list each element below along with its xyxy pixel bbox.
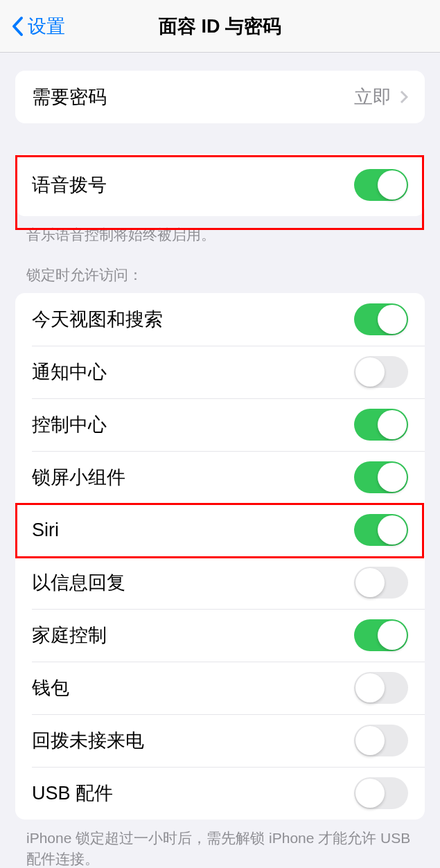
lock-access-toggle[interactable]: [354, 409, 408, 441]
lock-access-row: Siri: [15, 504, 425, 556]
lock-access-footer: iPhone 锁定超过一小时后，需先解锁 iPhone 才能允许 USB 配件连…: [0, 820, 440, 868]
lock-access-row: 通知中心: [15, 346, 425, 398]
lock-access-toggle[interactable]: [354, 725, 408, 756]
chevron-right-icon: [400, 90, 408, 104]
lock-access-label: 通知中心: [32, 360, 107, 384]
voice-dial-footer: 音乐语音控制将始终被启用。: [0, 216, 440, 245]
back-button[interactable]: 设置: [8, 14, 65, 39]
lock-access-toggle[interactable]: [354, 567, 408, 599]
voice-dial-label: 语音拨号: [32, 172, 107, 197]
toggle-knob: [378, 515, 407, 544]
lock-access-row: 钱包: [15, 662, 425, 714]
content: 需要密码 立即 语音拨号 音乐语音控制将始终被启用。 锁定时允许访问： 今天视图…: [0, 53, 440, 868]
toggle-knob: [355, 568, 385, 597]
lock-access-row: 以信息回复: [15, 556, 425, 609]
lock-access-label: 钱包: [32, 675, 69, 700]
lock-access-row: 回拨未接来电: [15, 714, 425, 767]
navigation-bar: 设置 面容 ID 与密码: [0, 0, 440, 53]
voice-dial-group: 语音拨号: [15, 154, 425, 216]
toggle-knob: [378, 305, 407, 334]
toggle-knob: [378, 463, 407, 492]
lock-access-toggle[interactable]: [354, 356, 408, 388]
voice-dial-toggle[interactable]: [354, 169, 408, 201]
lock-access-toggle[interactable]: [354, 514, 408, 546]
lock-access-toggle[interactable]: [354, 777, 408, 809]
require-passcode-value: 立即: [354, 85, 391, 109]
voice-dial-row: 语音拨号: [15, 154, 425, 216]
lock-access-label: 今天视图和搜索: [32, 307, 163, 332]
lock-access-group: 今天视图和搜索通知中心控制中心锁屏小组件Siri以信息回复家庭控制钱包回拨未接来…: [15, 293, 425, 820]
require-passcode-label: 需要密码: [32, 85, 107, 109]
lock-access-row: 今天视图和搜索: [15, 293, 425, 346]
toggle-knob: [378, 410, 407, 439]
lock-access-label: Siri: [32, 520, 59, 541]
lock-access-toggle[interactable]: [354, 461, 408, 493]
lock-access-label: 家庭控制: [32, 623, 107, 648]
toggle-knob: [355, 726, 385, 755]
lock-access-toggle[interactable]: [354, 303, 408, 335]
back-label: 设置: [28, 14, 65, 39]
lock-access-label: 以信息回复: [32, 570, 125, 595]
lock-access-toggle[interactable]: [354, 619, 408, 651]
toggle-knob: [355, 779, 385, 808]
lock-access-header: 锁定时允许访问：: [0, 265, 440, 293]
page-title: 面容 ID 与密码: [159, 14, 281, 39]
toggle-knob: [378, 170, 407, 200]
lock-access-label: 控制中心: [32, 412, 107, 437]
require-passcode-group: 需要密码 立即: [15, 71, 425, 123]
lock-access-row: USB 配件: [15, 767, 425, 820]
lock-access-label: 回拨未接来电: [32, 728, 144, 753]
toggle-knob: [378, 621, 407, 650]
toggle-knob: [355, 673, 385, 702]
lock-access-row: 家庭控制: [15, 609, 425, 662]
chevron-left-icon: [11, 16, 24, 37]
lock-access-row: 控制中心: [15, 398, 425, 451]
lock-access-row: 锁屏小组件: [15, 451, 425, 504]
toggle-knob: [355, 357, 385, 387]
require-passcode-row[interactable]: 需要密码 立即: [15, 71, 425, 123]
lock-access-label: USB 配件: [32, 781, 113, 806]
lock-access-label: 锁屏小组件: [32, 465, 125, 490]
lock-access-toggle[interactable]: [354, 672, 408, 704]
row-right: 立即: [354, 85, 408, 109]
